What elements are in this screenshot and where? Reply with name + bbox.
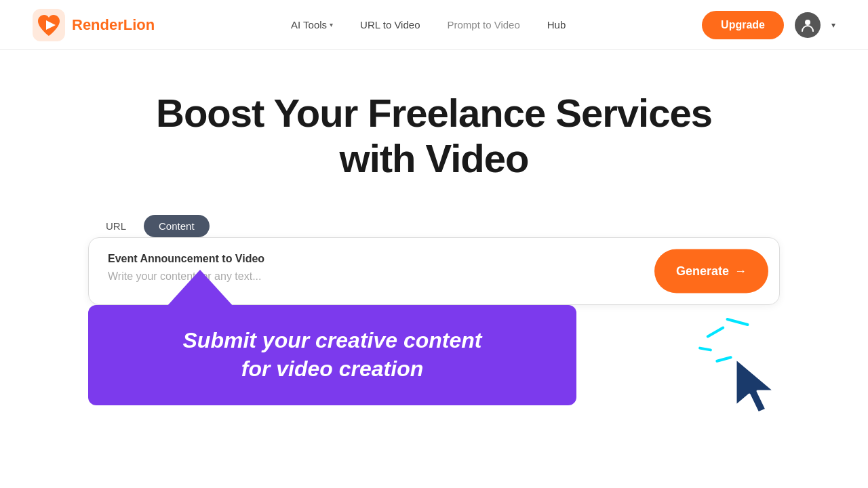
user-chevron-icon[interactable]: ▾ [831, 20, 835, 30]
renderlion-logo-icon [33, 9, 65, 41]
logo[interactable]: RenderLion [33, 9, 155, 41]
nav-item-ai-tools[interactable]: AI Tools ▾ [291, 19, 333, 30]
nav-item-hub[interactable]: Hub [547, 19, 566, 30]
sparkle-4 [715, 355, 732, 362]
hero-title: Boost Your Freelance Services with Video [156, 91, 712, 181]
generate-button[interactable]: Generate → [654, 249, 768, 293]
header-right: Upgrade ▾ [702, 11, 835, 39]
banner-text: Submit your creative content for video c… [115, 327, 549, 383]
sparkle-1 [706, 325, 725, 338]
main-nav: AI Tools ▾ URL to Video Prompt to Video … [291, 19, 566, 30]
nav-item-url-to-video[interactable]: URL to Video [360, 19, 420, 30]
logo-text: RenderLion [72, 16, 155, 34]
input-label: Event Announcement to Video [108, 253, 657, 265]
cta-banner: Submit your creative content for video c… [88, 305, 576, 405]
user-icon [800, 18, 815, 33]
cursor-decoration [692, 310, 787, 419]
tab-content[interactable]: Content [144, 215, 210, 237]
nav-item-prompt-to-video[interactable]: Prompt to Video [447, 19, 519, 30]
tooltip-triangle [166, 270, 234, 307]
sparkle-2 [698, 346, 712, 351]
svg-point-2 [805, 20, 810, 25]
upgrade-button[interactable]: Upgrade [702, 11, 784, 39]
svg-marker-3 [736, 359, 774, 413]
arrow-right-icon: → [734, 264, 747, 279]
banner-area: Submit your creative content for video c… [88, 305, 780, 405]
tab-url[interactable]: URL [91, 215, 141, 237]
tab-group: URL Content [88, 215, 780, 237]
mouse-cursor-icon [732, 355, 780, 419]
avatar[interactable] [795, 12, 821, 38]
main-content: Boost Your Freelance Services with Video… [0, 50, 868, 405]
chevron-down-icon: ▾ [330, 21, 333, 28]
header: RenderLion AI Tools ▾ URL to Video Promp… [0, 0, 868, 50]
sparkle-3 [726, 317, 749, 326]
